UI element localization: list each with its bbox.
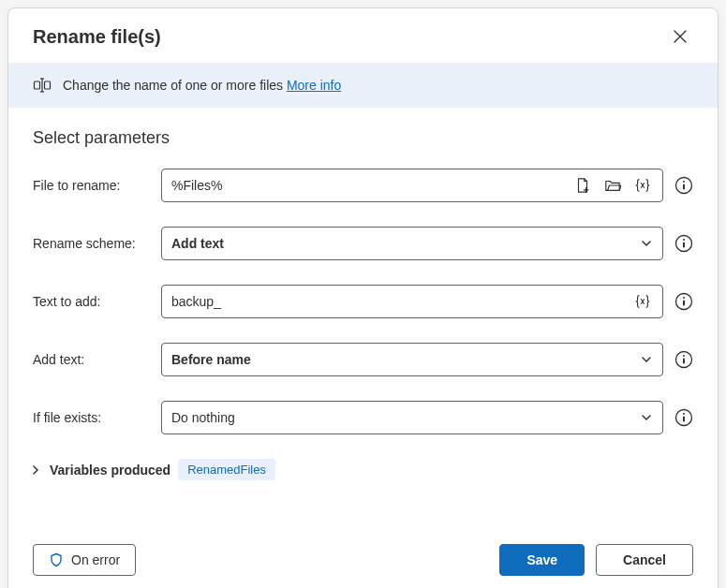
select-file-button[interactable] (572, 175, 593, 196)
help-button[interactable] (674, 408, 693, 427)
variable-picker-button[interactable] (632, 291, 653, 312)
help-button[interactable] (674, 176, 693, 195)
text-to-add-value[interactable] (171, 294, 625, 309)
on-error-label: On error (71, 552, 120, 567)
help-button[interactable] (674, 292, 693, 311)
field-if-file-exists: If file exists: Do nothing (33, 401, 693, 434)
svg-rect-6 (683, 181, 685, 183)
svg-rect-7 (683, 184, 685, 190)
svg-rect-16 (683, 359, 685, 364)
if-file-exists-value: Do nothing (171, 410, 632, 425)
field-label: Text to add: (33, 294, 150, 309)
svg-rect-10 (683, 243, 685, 248)
variable-icon (634, 177, 651, 194)
browse-folder-button[interactable] (602, 175, 623, 196)
svg-rect-9 (683, 239, 685, 241)
if-file-exists-select[interactable]: Do nothing (161, 401, 663, 434)
file-to-rename-value[interactable] (171, 178, 565, 193)
variables-label: Variables produced (50, 463, 170, 478)
chevron-right-icon (29, 463, 42, 477)
close-button[interactable] (667, 23, 693, 50)
add-text-select[interactable]: Before name (161, 343, 663, 376)
help-button[interactable] (674, 234, 693, 253)
field-rename-scheme: Rename scheme: Add text (33, 227, 693, 260)
svg-rect-15 (683, 355, 685, 357)
cancel-button[interactable]: Cancel (596, 544, 693, 576)
text-to-add-input[interactable] (161, 285, 663, 318)
dialog-header: Rename file(s) (8, 8, 718, 63)
shield-icon (49, 552, 64, 567)
file-to-rename-input[interactable] (161, 169, 663, 202)
field-label: File to rename: (33, 178, 150, 193)
add-text-value: Before name (171, 352, 632, 367)
chevron-down-icon (640, 411, 653, 424)
chevron-down-icon (640, 353, 653, 366)
rename-scheme-select[interactable]: Add text (161, 227, 663, 260)
variable-badge[interactable]: RenamedFiles (178, 459, 275, 480)
rename-files-dialog: Rename file(s) Change the name of one or… (7, 7, 719, 588)
svg-rect-13 (683, 301, 685, 306)
field-label: Rename scheme: (33, 236, 150, 251)
variable-icon (634, 293, 651, 310)
variable-picker-button[interactable] (632, 175, 653, 196)
svg-rect-0 (35, 81, 40, 89)
save-button[interactable]: Save (499, 544, 585, 576)
section-title: Select parameters (33, 128, 693, 148)
svg-rect-12 (683, 297, 685, 299)
field-label: Add text: (33, 352, 150, 367)
more-info-link[interactable]: More info (287, 78, 341, 93)
field-file-to-rename: File to rename: (33, 169, 693, 202)
field-text-to-add: Text to add: (33, 285, 693, 318)
dialog-title: Rename file(s) (33, 26, 161, 48)
chevron-down-icon (640, 237, 653, 250)
svg-rect-1 (45, 81, 51, 89)
variables-produced-row[interactable]: Variables produced RenamedFiles (29, 459, 693, 480)
folder-icon (604, 177, 621, 194)
rename-scheme-value: Add text (171, 236, 632, 251)
svg-rect-18 (683, 413, 685, 415)
svg-rect-19 (683, 417, 685, 422)
close-icon (673, 29, 688, 44)
field-add-text: Add text: Before name (33, 343, 693, 376)
field-label: If file exists: (33, 410, 150, 425)
info-bar: Change the name of one or more files Mor… (8, 63, 718, 108)
info-text: Change the name of one or more files Mor… (63, 78, 341, 93)
file-icon (574, 177, 591, 194)
dialog-footer: On error Save Cancel (8, 529, 718, 588)
help-button[interactable] (674, 350, 693, 369)
on-error-button[interactable]: On error (33, 544, 136, 576)
rename-action-icon (33, 76, 52, 95)
dialog-body: Select parameters File to rename: (8, 108, 718, 529)
